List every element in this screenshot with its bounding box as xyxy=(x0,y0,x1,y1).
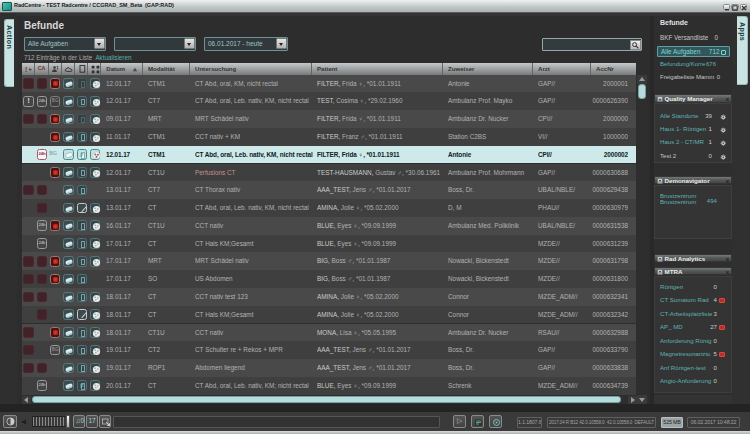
svg-text:!: ! xyxy=(25,66,27,73)
